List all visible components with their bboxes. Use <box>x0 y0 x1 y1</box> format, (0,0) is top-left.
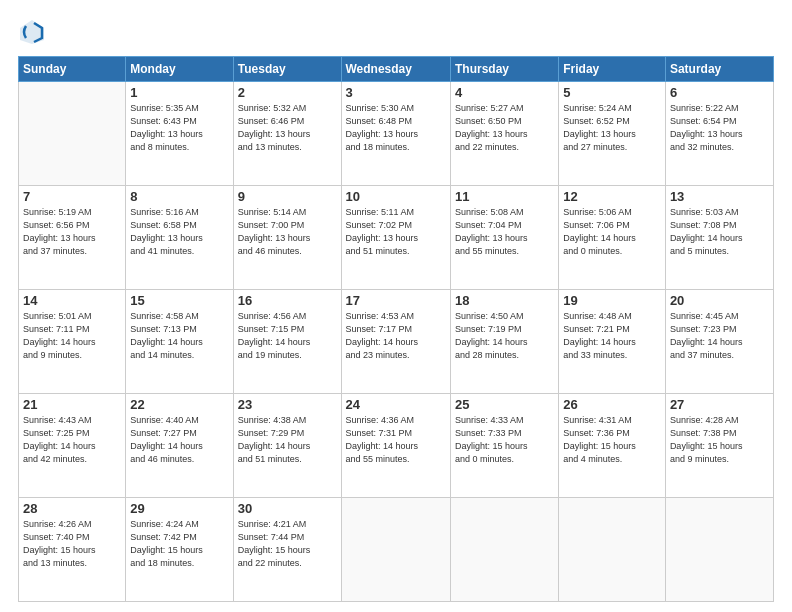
calendar-cell: 2Sunrise: 5:32 AM Sunset: 6:46 PM Daylig… <box>233 82 341 186</box>
calendar-cell: 12Sunrise: 5:06 AM Sunset: 7:06 PM Dayli… <box>559 186 666 290</box>
day-number: 6 <box>670 85 769 100</box>
day-info: Sunrise: 5:06 AM Sunset: 7:06 PM Dayligh… <box>563 206 661 258</box>
calendar-cell: 10Sunrise: 5:11 AM Sunset: 7:02 PM Dayli… <box>341 186 450 290</box>
calendar-week-3: 14Sunrise: 5:01 AM Sunset: 7:11 PM Dayli… <box>19 290 774 394</box>
weekday-header-row: SundayMondayTuesdayWednesdayThursdayFrid… <box>19 57 774 82</box>
calendar-body: 1Sunrise: 5:35 AM Sunset: 6:43 PM Daylig… <box>19 82 774 602</box>
calendar-cell: 1Sunrise: 5:35 AM Sunset: 6:43 PM Daylig… <box>126 82 233 186</box>
day-info: Sunrise: 4:31 AM Sunset: 7:36 PM Dayligh… <box>563 414 661 466</box>
calendar-cell: 13Sunrise: 5:03 AM Sunset: 7:08 PM Dayli… <box>665 186 773 290</box>
day-info: Sunrise: 4:56 AM Sunset: 7:15 PM Dayligh… <box>238 310 337 362</box>
calendar-cell: 24Sunrise: 4:36 AM Sunset: 7:31 PM Dayli… <box>341 394 450 498</box>
calendar-cell: 20Sunrise: 4:45 AM Sunset: 7:23 PM Dayli… <box>665 290 773 394</box>
day-number: 5 <box>563 85 661 100</box>
day-number: 28 <box>23 501 121 516</box>
day-info: Sunrise: 4:26 AM Sunset: 7:40 PM Dayligh… <box>23 518 121 570</box>
day-number: 10 <box>346 189 446 204</box>
day-info: Sunrise: 4:38 AM Sunset: 7:29 PM Dayligh… <box>238 414 337 466</box>
day-number: 18 <box>455 293 554 308</box>
calendar-cell: 23Sunrise: 4:38 AM Sunset: 7:29 PM Dayli… <box>233 394 341 498</box>
weekday-sunday: Sunday <box>19 57 126 82</box>
calendar-cell: 28Sunrise: 4:26 AM Sunset: 7:40 PM Dayli… <box>19 498 126 602</box>
calendar-cell: 17Sunrise: 4:53 AM Sunset: 7:17 PM Dayli… <box>341 290 450 394</box>
day-number: 20 <box>670 293 769 308</box>
day-info: Sunrise: 4:40 AM Sunset: 7:27 PM Dayligh… <box>130 414 228 466</box>
day-info: Sunrise: 5:30 AM Sunset: 6:48 PM Dayligh… <box>346 102 446 154</box>
day-number: 11 <box>455 189 554 204</box>
calendar-week-1: 1Sunrise: 5:35 AM Sunset: 6:43 PM Daylig… <box>19 82 774 186</box>
calendar-cell: 30Sunrise: 4:21 AM Sunset: 7:44 PM Dayli… <box>233 498 341 602</box>
day-number: 21 <box>23 397 121 412</box>
day-info: Sunrise: 4:53 AM Sunset: 7:17 PM Dayligh… <box>346 310 446 362</box>
day-info: Sunrise: 4:21 AM Sunset: 7:44 PM Dayligh… <box>238 518 337 570</box>
weekday-thursday: Thursday <box>450 57 558 82</box>
day-info: Sunrise: 5:01 AM Sunset: 7:11 PM Dayligh… <box>23 310 121 362</box>
day-info: Sunrise: 5:16 AM Sunset: 6:58 PM Dayligh… <box>130 206 228 258</box>
day-number: 8 <box>130 189 228 204</box>
day-number: 24 <box>346 397 446 412</box>
day-info: Sunrise: 4:33 AM Sunset: 7:33 PM Dayligh… <box>455 414 554 466</box>
day-info: Sunrise: 4:43 AM Sunset: 7:25 PM Dayligh… <box>23 414 121 466</box>
weekday-tuesday: Tuesday <box>233 57 341 82</box>
day-info: Sunrise: 5:08 AM Sunset: 7:04 PM Dayligh… <box>455 206 554 258</box>
calendar-cell: 6Sunrise: 5:22 AM Sunset: 6:54 PM Daylig… <box>665 82 773 186</box>
logo <box>18 18 50 46</box>
calendar-cell: 7Sunrise: 5:19 AM Sunset: 6:56 PM Daylig… <box>19 186 126 290</box>
calendar-cell: 9Sunrise: 5:14 AM Sunset: 7:00 PM Daylig… <box>233 186 341 290</box>
day-info: Sunrise: 4:45 AM Sunset: 7:23 PM Dayligh… <box>670 310 769 362</box>
calendar-table: SundayMondayTuesdayWednesdayThursdayFrid… <box>18 56 774 602</box>
day-number: 27 <box>670 397 769 412</box>
weekday-saturday: Saturday <box>665 57 773 82</box>
day-number: 12 <box>563 189 661 204</box>
calendar-cell <box>559 498 666 602</box>
day-info: Sunrise: 4:24 AM Sunset: 7:42 PM Dayligh… <box>130 518 228 570</box>
header <box>18 18 774 46</box>
calendar-cell: 3Sunrise: 5:30 AM Sunset: 6:48 PM Daylig… <box>341 82 450 186</box>
day-info: Sunrise: 4:48 AM Sunset: 7:21 PM Dayligh… <box>563 310 661 362</box>
day-number: 4 <box>455 85 554 100</box>
calendar-cell <box>665 498 773 602</box>
day-info: Sunrise: 5:11 AM Sunset: 7:02 PM Dayligh… <box>346 206 446 258</box>
weekday-monday: Monday <box>126 57 233 82</box>
day-info: Sunrise: 4:36 AM Sunset: 7:31 PM Dayligh… <box>346 414 446 466</box>
calendar-cell: 22Sunrise: 4:40 AM Sunset: 7:27 PM Dayli… <box>126 394 233 498</box>
calendar-cell <box>19 82 126 186</box>
day-number: 13 <box>670 189 769 204</box>
day-number: 23 <box>238 397 337 412</box>
day-info: Sunrise: 5:14 AM Sunset: 7:00 PM Dayligh… <box>238 206 337 258</box>
day-number: 29 <box>130 501 228 516</box>
calendar-cell: 29Sunrise: 4:24 AM Sunset: 7:42 PM Dayli… <box>126 498 233 602</box>
day-info: Sunrise: 5:22 AM Sunset: 6:54 PM Dayligh… <box>670 102 769 154</box>
day-number: 17 <box>346 293 446 308</box>
day-number: 26 <box>563 397 661 412</box>
calendar-cell: 11Sunrise: 5:08 AM Sunset: 7:04 PM Dayli… <box>450 186 558 290</box>
calendar-cell <box>450 498 558 602</box>
calendar-cell: 4Sunrise: 5:27 AM Sunset: 6:50 PM Daylig… <box>450 82 558 186</box>
calendar-cell: 27Sunrise: 4:28 AM Sunset: 7:38 PM Dayli… <box>665 394 773 498</box>
day-info: Sunrise: 5:03 AM Sunset: 7:08 PM Dayligh… <box>670 206 769 258</box>
day-number: 16 <box>238 293 337 308</box>
day-info: Sunrise: 4:50 AM Sunset: 7:19 PM Dayligh… <box>455 310 554 362</box>
day-info: Sunrise: 5:24 AM Sunset: 6:52 PM Dayligh… <box>563 102 661 154</box>
calendar-week-5: 28Sunrise: 4:26 AM Sunset: 7:40 PM Dayli… <box>19 498 774 602</box>
day-number: 14 <box>23 293 121 308</box>
calendar-week-4: 21Sunrise: 4:43 AM Sunset: 7:25 PM Dayli… <box>19 394 774 498</box>
day-number: 19 <box>563 293 661 308</box>
day-info: Sunrise: 5:32 AM Sunset: 6:46 PM Dayligh… <box>238 102 337 154</box>
day-number: 3 <box>346 85 446 100</box>
weekday-friday: Friday <box>559 57 666 82</box>
day-number: 15 <box>130 293 228 308</box>
calendar-cell: 19Sunrise: 4:48 AM Sunset: 7:21 PM Dayli… <box>559 290 666 394</box>
day-number: 2 <box>238 85 337 100</box>
day-number: 9 <box>238 189 337 204</box>
calendar-cell: 25Sunrise: 4:33 AM Sunset: 7:33 PM Dayli… <box>450 394 558 498</box>
calendar-cell <box>341 498 450 602</box>
page: SundayMondayTuesdayWednesdayThursdayFrid… <box>0 0 792 612</box>
calendar-cell: 16Sunrise: 4:56 AM Sunset: 7:15 PM Dayli… <box>233 290 341 394</box>
day-number: 25 <box>455 397 554 412</box>
calendar-header: SundayMondayTuesdayWednesdayThursdayFrid… <box>19 57 774 82</box>
calendar-week-2: 7Sunrise: 5:19 AM Sunset: 6:56 PM Daylig… <box>19 186 774 290</box>
calendar-cell: 8Sunrise: 5:16 AM Sunset: 6:58 PM Daylig… <box>126 186 233 290</box>
calendar-cell: 26Sunrise: 4:31 AM Sunset: 7:36 PM Dayli… <box>559 394 666 498</box>
calendar-cell: 21Sunrise: 4:43 AM Sunset: 7:25 PM Dayli… <box>19 394 126 498</box>
